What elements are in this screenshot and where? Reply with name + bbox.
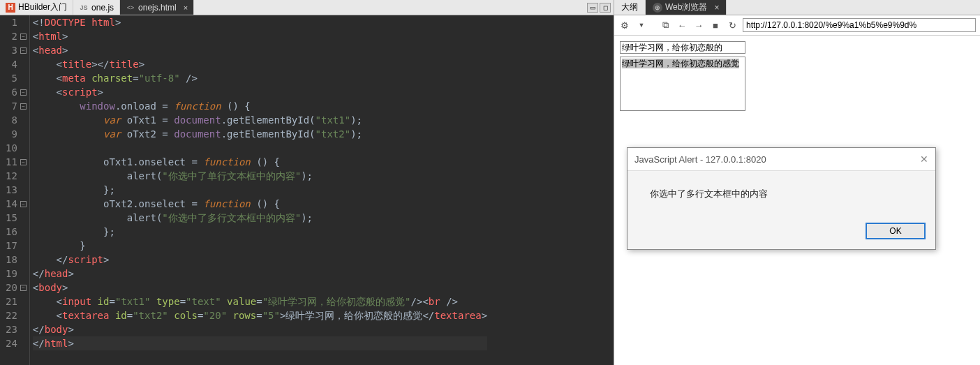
line-number: 19	[6, 267, 27, 281]
line-number: 20−	[6, 281, 27, 295]
tab-label: onejs.html	[138, 3, 177, 13]
line-number: 14−	[6, 197, 27, 211]
fold-toggle[interactable]: −	[20, 201, 27, 207]
line-number: 12	[6, 169, 27, 183]
code-line[interactable]: var oTxt1 = document.getElementById("txt…	[33, 113, 487, 127]
code-line[interactable]: <title></title>	[33, 57, 487, 71]
txt2-textarea[interactable]: 绿叶学习网，给你初恋般的感觉	[620, 57, 745, 111]
line-number: 24	[6, 336, 27, 350]
forward-button[interactable]: →	[692, 19, 705, 31]
ok-button[interactable]: OK	[866, 223, 926, 239]
code-editor[interactable]: 12−3−456−7−891011−121314−151617181920−21…	[0, 15, 614, 365]
code-line[interactable]: </html>	[33, 336, 487, 350]
code-content[interactable]: <!DOCTYPE html><html><head> <title></tit…	[30, 15, 487, 365]
code-line[interactable]	[33, 141, 487, 155]
right-tab-bar: 大纲 ⊕ Web浏览器 ×	[614, 0, 980, 15]
line-number: 18	[6, 253, 27, 267]
editor-window-controls: ▭ ◻	[584, 0, 614, 15]
line-number: 13	[6, 183, 27, 197]
code-line[interactable]: }	[33, 239, 487, 253]
fold-toggle[interactable]: −	[20, 89, 27, 96]
code-line[interactable]: <html>	[33, 29, 487, 43]
alert-dialog: JavaScript Alert - 127.0.0.1:8020 ✕ 你选中了…	[627, 147, 936, 250]
editor-tab-bar: H HBuilder入门 JS one.js <> onejs.html × ▭…	[0, 0, 614, 15]
line-number: 23	[6, 322, 27, 336]
line-number: 1	[6, 15, 27, 29]
code-line[interactable]: </body>	[33, 322, 487, 336]
line-number: 7−	[6, 99, 27, 113]
line-number: 3−	[6, 43, 27, 57]
dialog-footer: OK	[628, 217, 935, 249]
tab-label: 大纲	[621, 1, 638, 13]
tab-hbuilder-intro[interactable]: H HBuilder入门	[0, 0, 73, 15]
line-number: 16	[6, 225, 27, 239]
line-number: 17	[6, 239, 27, 253]
fold-toggle[interactable]: −	[20, 33, 27, 40]
browser-pane: 大纲 ⊕ Web浏览器 × ⚙ ▼ ⧉ ← → ■ ↻ 绿叶学习网，给你初恋般的…	[614, 0, 980, 365]
tab-one-js[interactable]: JS one.js	[73, 0, 120, 15]
line-number: 5	[6, 71, 27, 85]
line-number: 10	[6, 141, 27, 155]
line-number-gutter: 12−3−456−7−891011−121314−151617181920−21…	[0, 15, 30, 365]
refresh-button[interactable]: ↻	[726, 19, 738, 31]
code-line[interactable]: </head>	[33, 267, 487, 281]
maximize-button[interactable]: ◻	[600, 3, 611, 13]
fold-toggle[interactable]: −	[20, 159, 27, 165]
html-file-icon: <>	[126, 3, 135, 13]
tab-onejs-html[interactable]: <> onejs.html ×	[120, 0, 194, 15]
line-number: 8	[6, 113, 27, 127]
back-button[interactable]: ←	[676, 19, 688, 31]
code-line[interactable]: <head>	[33, 43, 487, 57]
dialog-title-text: JavaScript Alert - 127.0.0.1:8020	[634, 154, 766, 165]
editor-pane: H HBuilder入门 JS one.js <> onejs.html × ▭…	[0, 0, 614, 365]
line-number: 4	[6, 57, 27, 71]
code-line[interactable]: };	[33, 183, 487, 197]
fold-toggle[interactable]: −	[20, 285, 27, 291]
close-icon[interactable]: ×	[714, 3, 719, 13]
tab-web-browser[interactable]: ⊕ Web浏览器 ×	[646, 0, 727, 15]
fold-toggle[interactable]: −	[20, 47, 27, 54]
dialog-message: 你选中了多行文本框中的内容	[628, 171, 935, 217]
chevron-down-icon[interactable]: ▼	[635, 19, 648, 31]
line-number: 21	[6, 295, 27, 308]
close-icon[interactable]: ×	[184, 3, 188, 12]
code-line[interactable]: <body>	[33, 281, 487, 295]
tab-label: HBuilder入门	[18, 1, 67, 13]
close-icon[interactable]: ✕	[920, 154, 928, 165]
code-line[interactable]: var oTxt2 = document.getElementById("txt…	[33, 127, 487, 141]
code-line[interactable]: };	[33, 225, 487, 239]
globe-icon: ⊕	[653, 3, 662, 13]
code-line[interactable]: alert("你选中了多行文本框中的内容");	[33, 211, 487, 225]
minimize-button[interactable]: ▭	[587, 3, 598, 13]
url-bar[interactable]	[743, 18, 976, 32]
js-file-icon: JS	[79, 3, 89, 13]
line-number: 6−	[6, 85, 27, 99]
code-line[interactable]: oTxt2.onselect = function () {	[33, 197, 487, 211]
code-line[interactable]: <script>	[33, 85, 487, 99]
tab-outline[interactable]: 大纲	[614, 0, 646, 15]
fold-toggle[interactable]: −	[20, 103, 27, 110]
hbuilder-icon: H	[6, 3, 15, 13]
selected-text: 绿叶学习网，给你初恋般的感觉	[622, 59, 739, 68]
browser-viewport: 绿叶学习网，给你初恋般的感觉 JavaScript Alert - 127.0.…	[614, 36, 980, 117]
txt1-input[interactable]	[620, 41, 745, 54]
line-number: 22	[6, 308, 27, 322]
code-line[interactable]: <!DOCTYPE html>	[33, 15, 487, 29]
browser-toolbar: ⚙ ▼ ⧉ ← → ■ ↻	[614, 15, 980, 36]
new-window-icon[interactable]: ⧉	[659, 19, 671, 31]
code-line[interactable]: </script>	[33, 253, 487, 267]
stop-button[interactable]: ■	[709, 19, 722, 31]
dialog-titlebar: JavaScript Alert - 127.0.0.1:8020 ✕	[628, 148, 935, 171]
tab-label: one.js	[91, 3, 114, 13]
code-line[interactable]: <input id="txt1" type="text" value="绿叶学习…	[33, 295, 487, 308]
code-line[interactable]: <textarea id="txt2" cols="20" rows="5">绿…	[33, 308, 487, 322]
line-number: 2−	[6, 29, 27, 43]
code-line[interactable]: window.onload = function () {	[33, 99, 487, 113]
code-line[interactable]: oTxt1.onselect = function () {	[33, 155, 487, 169]
gear-icon[interactable]: ⚙	[618, 19, 631, 31]
code-line[interactable]: <meta charset="utf-8" />	[33, 71, 487, 85]
line-number: 9	[6, 127, 27, 141]
code-line[interactable]: alert("你选中了单行文本框中的内容");	[33, 169, 487, 183]
line-number: 15	[6, 211, 27, 225]
line-number: 11−	[6, 155, 27, 169]
